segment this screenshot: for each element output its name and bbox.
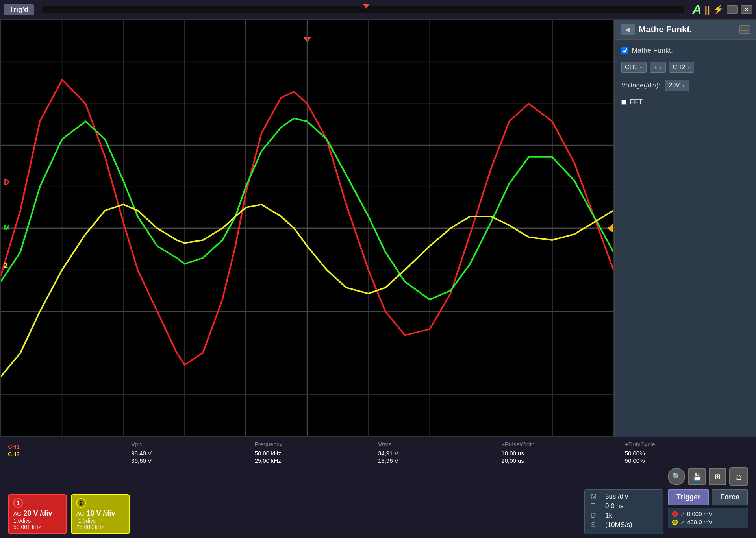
meas-vrms-col: Vrms 34,91 V 13,96 V [378, 441, 501, 464]
d-timing-val: 1k [605, 512, 656, 520]
ch2-mv-value: 400,0 mV [687, 519, 712, 525]
ch1-vpp: 98,40 V [131, 450, 254, 457]
ch2-ac-label: AC [76, 510, 84, 517]
ch2-pulse: 20,00 us [501, 457, 624, 464]
ch2-duty: 50,00% [625, 457, 748, 464]
ch2-mv-row: ↗ 400,0 mV [672, 519, 744, 525]
close-button[interactable]: ✕ [741, 5, 752, 14]
pulse-header: +PulseWidth [501, 441, 624, 447]
meas-freq-col: Frequency 50,00 kHz 25,00 kHz [255, 441, 378, 464]
panel-title: Mathe Funkt. [639, 24, 736, 35]
timing-t-row: T 0.0 ns [591, 502, 656, 510]
home-button[interactable]: ⌂ [729, 467, 748, 486]
oscilloscope-display: D M 2 [0, 20, 614, 437]
ch1-vdiv: 20 V /div [23, 509, 52, 518]
mathe-funkt-checkbox[interactable] [621, 47, 628, 54]
icon-a: A [692, 2, 701, 17]
ch2-dropdown-arrow: ▼ [687, 65, 691, 70]
measurements-table: CH1 CH2 Vpp 98,40 V 39,60 V Frequency 50… [8, 441, 748, 464]
content-area: D M 2 ◀ Mathe Funkt. — Mathe Funkt. CH1 [0, 20, 756, 437]
ch1-badge: 1 [13, 498, 23, 508]
trig-badge: Trig'd [4, 4, 34, 15]
d-label: D [4, 178, 9, 187]
panel-minus-button[interactable]: — [739, 25, 750, 34]
timing-panel: M 5us /div T 0.0 ns D 1k S [584, 489, 663, 534]
ch1-divs: 1.0divs [13, 518, 61, 524]
d-timing-key: D [591, 512, 600, 520]
right-bottom-controls: 🔍 💾 ⊞ ⌂ M 5us /div T 0.0 ns [584, 467, 748, 534]
op-dropdown[interactable]: + ▼ [650, 62, 666, 73]
ch2-mv-icon: ↗ [680, 519, 685, 525]
force-button[interactable]: Force [712, 489, 748, 505]
mv-panel: ↗ 0,000 mV ↗ 400,0 mV [668, 508, 748, 528]
ch2-vrms: 13,96 V [378, 457, 501, 464]
trigger-arrow-right [607, 224, 613, 233]
ch1-info-box: 1 AC 20 V /div 1.0divs 50,001 kHz [8, 494, 67, 534]
voltage-dropdown[interactable]: 20V ▼ [665, 80, 689, 91]
duty-header: +DutyCycle [625, 441, 748, 447]
ch2-row-label: CH2 [8, 451, 23, 457]
vpp-header: Vpp [131, 441, 254, 447]
minimize-button[interactable]: — [727, 5, 738, 14]
math-operation-row: CH1 ▼ + ▼ CH2 ▼ [621, 62, 750, 73]
panel-content: Mathe Funkt. CH1 ▼ + ▼ CH2 ▼ [615, 40, 756, 437]
m-timing-val: 5us /div [605, 493, 656, 501]
ch2-mv-dot [672, 520, 678, 525]
ch1-duty: 50,00% [625, 450, 748, 457]
top-bar: Trig'd A || ⚡ — ✕ [0, 0, 756, 20]
ch2-vpp: 39,60 V [131, 457, 254, 464]
trigger-marker [363, 4, 369, 9]
ch2-box-header: 2 [76, 498, 124, 508]
ch2-info-box: 2 AC 10 V /div -1.0divs 25,000 kHz [71, 494, 130, 534]
voltage-row: Voltage(/div): 20V ▼ [621, 80, 750, 91]
icon-row: 🔍 💾 ⊞ ⌂ [668, 467, 748, 486]
t-timing-val: 0.0 ns [605, 502, 656, 510]
ch2-divs: -1.0divs [76, 518, 124, 524]
meas-vpp-col: Vpp 98,40 V 39,60 V [131, 441, 254, 464]
ch1-dropdown[interactable]: CH1 ▼ [621, 62, 647, 73]
s-timing-key: S [591, 521, 600, 529]
ch2-badge: 2 [76, 498, 86, 508]
timing-m-row: M 5us /div [591, 493, 656, 501]
ch2-freq: 25,00 kHz [255, 457, 378, 464]
meas-pulse-col: +PulseWidth 10,00 us 20,00 us [501, 441, 624, 464]
meas-header-col: CH1 CH2 [8, 441, 131, 464]
s-timing-val: (10MS/s) [605, 521, 656, 529]
bottom-area: CH1 CH2 Vpp 98,40 V 39,60 V Frequency 50… [0, 437, 756, 538]
ch1-mv-icon: ↗ [680, 511, 685, 517]
ch1-box-header: 1 [13, 498, 61, 508]
freq-header: Frequency [255, 441, 378, 447]
ch1-mv-row: ↗ 0,000 mV [672, 510, 744, 517]
ch1-vrms: 34,91 V [378, 450, 501, 457]
fft-row: FFT [621, 98, 750, 106]
voltage-dropdown-arrow: ▼ [682, 83, 686, 88]
ch1-freq-info: 50,001 kHz [13, 524, 61, 530]
right-panel: ◀ Mathe Funkt. — Mathe Funkt. CH1 ▼ + ▼ [614, 20, 756, 437]
m-timing-key: M [591, 493, 600, 501]
save-button[interactable]: 💾 [688, 468, 706, 485]
export-button[interactable]: ⊞ [709, 468, 726, 485]
ch1-mv-dot [672, 511, 678, 517]
ch2-freq-info: 25,000 kHz [76, 524, 124, 530]
top-icons: A || ⚡ — ✕ [692, 2, 752, 17]
t-timing-key: T [591, 502, 600, 510]
timing-d-row: D 1k [591, 512, 656, 520]
meas-duty-col: +DutyCycle 50,00% 50,00% [625, 441, 748, 464]
ch1-ac-label: AC [13, 510, 21, 517]
ch2-vdiv: 10 V /div [86, 509, 115, 518]
panel-header: ◀ Mathe Funkt. — [615, 20, 756, 40]
fft-checkbox[interactable] [621, 100, 626, 105]
ch1-pulse: 10,00 us [501, 450, 624, 457]
pause-icon: || [705, 4, 710, 15]
timing-s-row: S (10MS/s) [591, 521, 656, 529]
trigger-button[interactable]: Trigger [668, 489, 709, 505]
ch1-dropdown-arrow: ▼ [639, 65, 643, 70]
mathe-funkt-checkbox-row: Mathe Funkt. [621, 46, 750, 55]
ch2-dropdown[interactable]: CH2 ▼ [669, 62, 694, 73]
channel-info-boxes: 1 AC 20 V /div 1.0divs 50,001 kHz 2 AC [8, 494, 130, 534]
ch1-row-label: CH1 [8, 443, 23, 450]
search-zoom-button[interactable]: 🔍 [668, 468, 685, 485]
op-dropdown-arrow: ▼ [658, 65, 662, 70]
panel-back-button[interactable]: ◀ [621, 24, 635, 35]
fft-label: FFT [630, 98, 643, 106]
